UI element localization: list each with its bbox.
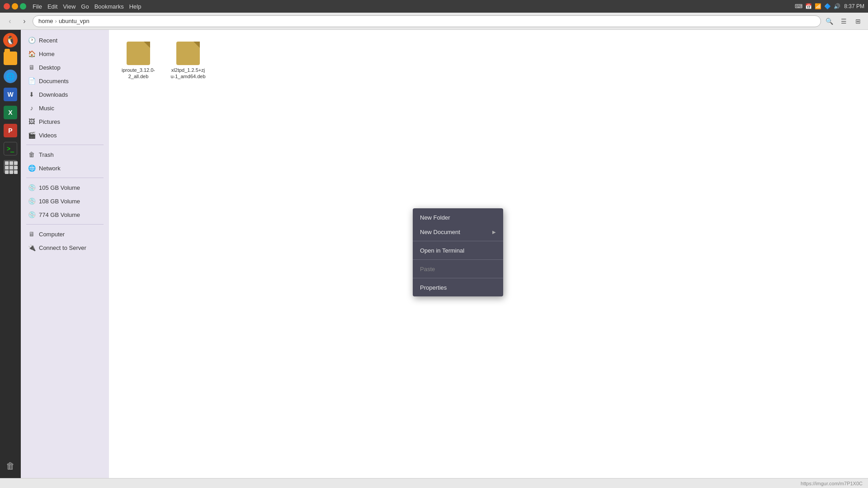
sidebar-item-videos[interactable]: 🎬 Videos [23,128,107,142]
menu-bar: File Edit View Go Bookmarks Help [33,3,141,10]
context-menu-sep-3 [413,278,503,278]
ppt-icon: P [4,124,17,137]
main-layout: 🐧 🌐 W X P >_ 🗑 [0,30,868,478]
sidebar-item-trash[interactable]: 🗑 Trash [23,148,107,161]
toolbar-actions: 🔍 ☰ ⊞ [823,15,864,28]
sidebar: 🕐 Recent 🏠 Home 🖥 Desktop 📄 Documents ⬇ … [21,30,109,478]
recent-icon: 🕐 [28,37,35,44]
pictures-icon: 🖼 [28,118,35,125]
forward-button[interactable]: › [18,15,31,28]
clock: 8:37 PM [844,3,864,9]
desktop-icon: 🖥 [28,64,35,71]
sidebar-item-music[interactable]: ♪ Music [23,101,107,115]
window-controls [4,3,26,9]
context-menu-new-document[interactable]: New Document ▶ [413,225,503,239]
dock-item-trash[interactable]: 🗑 [2,457,19,474]
breadcrumb-sep1: › [55,18,57,24]
file-menu[interactable]: File [33,3,42,10]
sidebar-item-desktop[interactable]: 🖥 Desktop [23,61,107,74]
dock-item-ubuntu[interactable]: 🐧 [2,32,19,49]
context-menu-paste: Paste [413,262,503,276]
dock-item-files[interactable] [2,50,19,67]
content-area[interactable]: iproute_3.12.0-2_all.deb xl2tpd_1.2.5+zj… [109,30,868,478]
dock-item-terminal[interactable]: >_ [2,140,19,157]
computer-icon: 🖥 [28,230,35,238]
dock-item-apps[interactable] [2,158,19,175]
downloads-icon: ⬇ [28,91,35,98]
titlebar-right: ⌨ 📅 📶 🔷 🔊 8:37 PM [795,3,864,9]
file-grid: iproute_3.12.0-2_all.deb xl2tpd_1.2.5+zj… [118,39,859,83]
breadcrumb-home[interactable]: home [38,18,53,24]
connect-icon: 🔌 [28,244,35,251]
sidebar-item-recent[interactable]: 🕐 Recent [23,33,107,47]
videos-icon: 🎬 [28,131,35,139]
sound-icon: 🔊 [834,3,840,9]
sidebar-item-downloads[interactable]: ⬇ Downloads [23,88,107,101]
sidebar-item-home[interactable]: 🏠 Home [23,47,107,61]
browser-icon: 🌐 [4,70,17,83]
context-menu: New Folder New Document ▶ Open in Termin… [413,208,503,296]
breadcrumb-current[interactable]: ubuntu_vpn [59,18,90,24]
sidebar-item-documents[interactable]: 📄 Documents [23,74,107,88]
volume-105-icon: 💿 [28,184,35,191]
context-menu-properties[interactable]: Properties [413,280,503,295]
trash-icon: 🗑 [28,151,35,158]
application-dock: 🐧 🌐 W X P >_ 🗑 [0,30,21,478]
titlebar: File Edit View Go Bookmarks Help ⌨ 📅 📶 🔷… [0,0,868,13]
list-view-button[interactable]: ☰ [837,15,850,28]
help-menu[interactable]: Help [129,3,142,10]
sidebar-item-vol774[interactable]: 💿 774 GB Volume [23,208,107,221]
maximize-button[interactable] [20,3,26,9]
sidebar-item-vol108[interactable]: 💿 108 GB Volume [23,194,107,208]
sidebar-item-vol105[interactable]: 💿 105 GB Volume [23,181,107,194]
statusbar-right: https://imgur.com/m7P1X0C [801,481,863,486]
file-label-iproute: iproute_3.12.0-2_all.deb [121,67,156,80]
deb-icon-xl2tpd [176,42,200,65]
terminal-icon: >_ [4,142,17,155]
edit-menu[interactable]: Edit [47,3,57,10]
go-menu[interactable]: Go [81,3,89,10]
sidebar-item-network[interactable]: 🌐 Network [23,161,107,175]
dock-item-ppt[interactable]: P [2,122,19,139]
bookmarks-menu[interactable]: Bookmarks [94,3,124,10]
search-button[interactable]: 🔍 [823,15,835,28]
excel-icon: X [4,106,17,119]
sidebar-item-computer[interactable]: 🖥 Computer [23,227,107,241]
sidebar-item-connect[interactable]: 🔌 Connect to Server [23,241,107,254]
context-menu-sep-2 [413,259,503,260]
sidebar-divider-3 [26,224,104,225]
network-icon: 🌐 [28,164,35,172]
submenu-arrow: ▶ [492,230,496,235]
wifi-icon: 📶 [815,3,821,9]
keyboard-icon: ⌨ [795,3,802,9]
deb-icon-iproute [127,42,150,65]
dock-item-word[interactable]: W [2,86,19,103]
home-icon: 🏠 [28,50,35,57]
file-item-iproute[interactable]: iproute_3.12.0-2_all.deb [118,39,159,83]
dock-item-excel[interactable]: X [2,104,19,121]
breadcrumb: home › ubuntu_vpn [33,15,821,27]
close-button[interactable] [4,3,10,9]
volume-774-icon: 💿 [28,211,35,218]
dock-item-browser[interactable]: 🌐 [2,68,19,85]
bluetooth-icon: 🔷 [824,3,831,9]
context-menu-new-folder[interactable]: New Folder [413,210,503,225]
minimize-button[interactable] [12,3,18,9]
sidebar-divider-1 [26,145,104,145]
context-menu-sep-1 [413,241,503,241]
calendar-icon: 📅 [805,3,812,9]
file-item-xl2tpd[interactable]: xl2tpd_1.2.5+zju-1_amd64.deb [168,39,208,83]
view-menu[interactable]: View [63,3,75,10]
grid-view-button[interactable]: ⊞ [852,15,864,28]
volume-108-icon: 💿 [28,197,35,205]
system-tray: ⌨ 📅 📶 🔷 🔊 [795,3,840,9]
word-icon: W [4,88,17,101]
sidebar-item-pictures[interactable]: 🖼 Pictures [23,115,107,128]
sidebar-section-places: 🕐 Recent 🏠 Home 🖥 Desktop 📄 Documents ⬇ … [21,33,109,254]
context-menu-open-terminal[interactable]: Open in Terminal [413,243,503,258]
files-icon [4,52,17,65]
back-button[interactable]: ‹ [4,15,16,28]
statusbar: https://imgur.com/m7P1X0C [0,478,868,488]
apps-icon [4,160,17,174]
ubuntu-icon: 🐧 [3,33,18,47]
